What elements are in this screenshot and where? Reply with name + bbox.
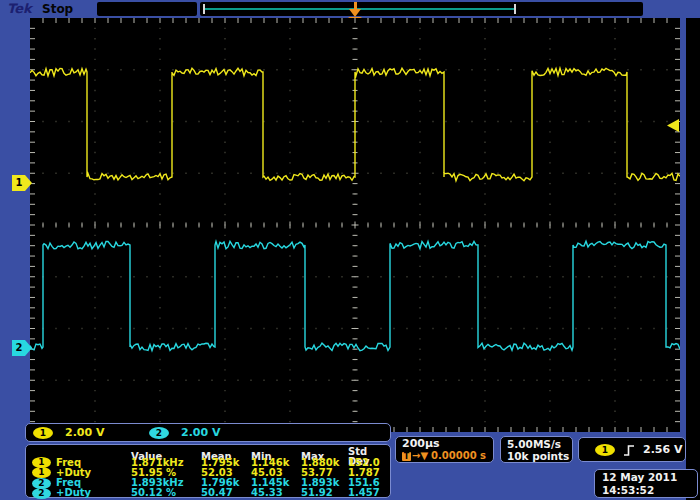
sample-rate: 5.00MS/s	[507, 438, 572, 450]
record-window-left-bracket	[203, 4, 205, 14]
time-value: 14:53:52	[602, 484, 697, 497]
oscilloscope-screen: { "header": { "logo": "Tek", "status": "…	[0, 0, 700, 500]
trigger-t-icon: T	[402, 452, 411, 461]
table-row: 2 Freq1.893kHz 1.796k1.145k 1.893k151.6	[26, 478, 390, 488]
trigger-delay-readout: T →▼ 0.00000 s	[402, 450, 493, 462]
channel-scale-bar: 1 2.00 V 2 2.00 V	[25, 423, 391, 442]
channel2-badge: 2	[149, 427, 169, 439]
date-value: 12 May 2011	[602, 471, 697, 484]
acquisition-readout: 5.00MS/s 10k points	[500, 436, 573, 463]
timebase-readout: 200µs T →▼ 0.00000 s	[395, 436, 494, 463]
datetime-readout: 12 May 2011 14:53:52	[594, 469, 698, 498]
measurement-header-row: Value Mean Min Max Std Dev	[26, 447, 390, 457]
table-row: 1 +Duty51.95 % 52.0345.03 53.771.787	[26, 467, 390, 477]
rising-edge-icon	[623, 443, 635, 457]
record-view-bar	[200, 2, 643, 16]
acquisition-status: Stop	[42, 2, 73, 16]
right-black-column	[686, 18, 700, 500]
record-window-right-bracket	[514, 4, 516, 14]
channel1-scale: 2.00 V	[65, 426, 123, 439]
channel2-scale: 2.00 V	[181, 426, 239, 439]
trigger-position-arrow-icon	[349, 2, 361, 18]
table-row: 1 Freq1.871kHz 1.795k1.146k 1.880k152.0	[26, 457, 390, 467]
tek-logo: Tek	[7, 1, 32, 16]
trigger-level-value: 2.56 V	[643, 443, 682, 456]
graticule-svg	[30, 18, 680, 432]
measurement-table: Value Mean Min Max Std Dev 1 Freq1.871kH…	[25, 444, 391, 498]
record-length: 10k points	[507, 450, 572, 462]
channel2-ground-marker: 2	[12, 340, 32, 356]
trigger-readout: 1 2.56 V	[578, 437, 686, 462]
trigger-source-badge: 1	[595, 444, 615, 456]
trigger-time-offset: 0.00000 s	[431, 450, 486, 462]
channel1-badge: 1	[33, 427, 53, 439]
channel2-badge: 2	[32, 488, 51, 499]
channel1-ground-marker: 1	[12, 175, 32, 191]
arrow-to-center-icon: →▼	[412, 450, 428, 462]
table-row: 2 +Duty50.12 % 50.4745.33 51.921.457	[26, 488, 390, 498]
top-info-box	[97, 2, 197, 16]
timebase-scale: 200µs	[402, 438, 493, 450]
